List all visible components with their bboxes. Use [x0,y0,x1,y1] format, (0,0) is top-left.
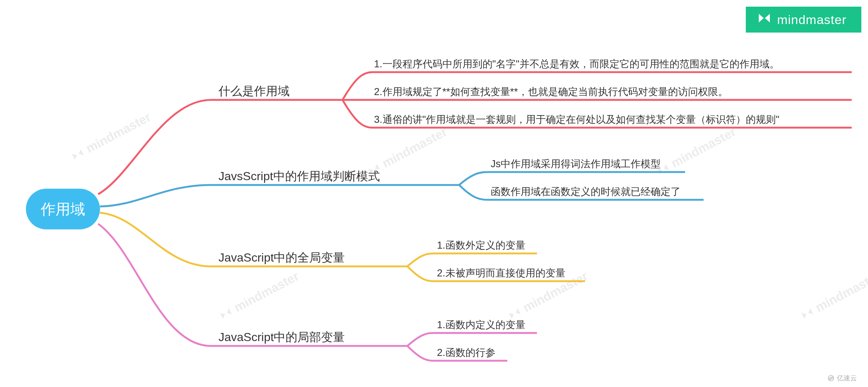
leaf-b1-2[interactable]: 2.作用域规定了**如何查找变量**，也就是确定当前执行代码对变量的访问权限。 [374,85,728,98]
leaf-b3-1[interactable]: 1.函数外定义的变量 [437,239,525,252]
brand-badge[interactable]: mindmaster [746,7,861,33]
watermark: mindmaster [69,110,153,164]
footer-watermark: 亿速云 [827,374,857,383]
leaf-b4-2[interactable]: 2.函数的行参 [437,346,495,359]
watermark: mindmaster [654,124,738,179]
watermark: mindmaster [798,269,868,323]
branch-local-vars[interactable]: JavaScript中的局部变量 [218,329,345,346]
leaf-b1-1[interactable]: 1.一段程序代码中所用到的"名字"并不总是有效，而限定它的可用性的范围就是它的作… [374,57,779,71]
leaf-b4-1[interactable]: 1.函数内定义的变量 [437,318,525,332]
svg-point-2 [831,377,833,379]
brand-logo-icon [757,11,772,28]
brand-name: mindmaster [777,13,847,27]
watermark: mindmaster [217,269,301,323]
leaf-b2-2[interactable]: 函数作用域在函数定义的时候就已经确定了 [491,185,681,198]
mindmap-canvas: mindmaster mindmaster mindmaster mindmas… [0,0,868,387]
branch-what-is-scope[interactable]: 什么是作用域 [218,83,290,100]
branch-js-scope-mode[interactable]: JavsScript中的作用域判断模式 [218,168,380,185]
root-node[interactable]: 作用域 [26,189,100,229]
branch-global-vars[interactable]: JavaScript中的全局变量 [218,250,345,266]
leaf-b3-2[interactable]: 2.未被声明而直接使用的变量 [437,266,565,280]
root-label: 作用域 [41,199,85,219]
leaf-b1-3[interactable]: 3.通俗的讲"作用域就是一套规则，用于确定在何处以及如何查找某个变量（标识符）的… [374,113,779,126]
leaf-b2-1[interactable]: Js中作用域采用得词法作用域工作模型 [491,157,661,171]
